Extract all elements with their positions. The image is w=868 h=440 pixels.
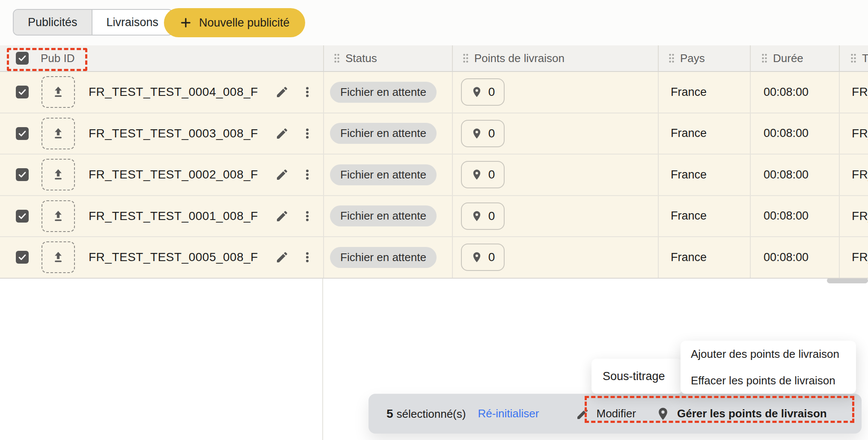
column-header-points[interactable]: Points de livraison xyxy=(452,45,658,71)
upload-button[interactable] xyxy=(42,159,75,190)
cell-status: Fichier en attente xyxy=(323,113,452,154)
cell-status: Fichier en attente xyxy=(323,196,452,237)
status-badge: Fichier en attente xyxy=(330,82,437,103)
row-checkbox[interactable] xyxy=(16,251,29,264)
upload-button[interactable] xyxy=(42,76,75,108)
kebab-menu-icon[interactable] xyxy=(301,209,314,223)
drag-handle-icon[interactable] xyxy=(333,53,340,64)
cell-duree: 00:08:00 xyxy=(750,237,839,278)
upload-button[interactable] xyxy=(42,118,75,149)
delivery-points-count: 0 xyxy=(488,168,495,181)
cell-pub-id: FR_TEST_TEST_0001_008_F xyxy=(0,196,323,237)
delivery-points-count: 0 xyxy=(488,85,495,99)
column-header-titre[interactable]: Ti xyxy=(839,45,868,71)
duration-text: 00:08:00 xyxy=(764,168,809,181)
column-header-pays[interactable]: Pays xyxy=(658,45,750,71)
column-header-pub-id: Pub ID xyxy=(0,45,323,71)
tab-publicites[interactable]: Publicités xyxy=(14,10,92,35)
map-pin-icon xyxy=(471,251,483,263)
delivery-points-button[interactable]: 0 xyxy=(461,78,505,106)
reset-selection-link[interactable]: Ré-initialiser xyxy=(478,407,539,420)
duration-text: 00:08:00 xyxy=(764,251,809,264)
cell-titre: FR_T xyxy=(839,155,868,195)
selection-count-number: 5 xyxy=(386,407,393,420)
horizontal-scrollbar-thumb[interactable] xyxy=(827,278,868,283)
country-text: France xyxy=(671,168,707,181)
status-badge: Fichier en attente xyxy=(330,123,437,144)
pub-id-text: FR_TEST_TEST_0004_008_F xyxy=(89,85,275,99)
manage-delivery-points-button[interactable]: Gérer les points de livraison xyxy=(656,407,827,421)
pub-id-text: FR_TEST_TEST_0002_008_F xyxy=(89,168,275,181)
top-bar: Publicités Livraisons Nouvelle publicité xyxy=(0,0,868,45)
row-checkbox[interactable] xyxy=(16,168,29,181)
map-pin-icon xyxy=(471,128,483,140)
edit-pencil-icon[interactable] xyxy=(275,168,289,181)
manage-delivery-points-label: Gérer les points de livraison xyxy=(677,407,827,420)
drag-handle-icon[interactable] xyxy=(462,53,469,64)
drag-handle-icon[interactable] xyxy=(761,53,768,64)
cell-points: 0 xyxy=(452,72,658,113)
delivery-points-button[interactable]: 0 xyxy=(461,120,505,147)
edit-pencil-icon[interactable] xyxy=(275,85,289,99)
country-text: France xyxy=(671,251,707,264)
edit-pencil-icon[interactable] xyxy=(275,127,289,140)
row-checkbox[interactable] xyxy=(16,210,29,223)
drag-handle-icon[interactable] xyxy=(850,53,857,64)
edit-pencil-icon[interactable] xyxy=(275,250,289,264)
menu-item-clear-points[interactable]: Effacer les points de livraison xyxy=(681,367,856,394)
bulk-modify-button[interactable]: Modifier xyxy=(576,407,636,421)
bulk-modify-label: Modifier xyxy=(596,407,636,420)
column-label: Status xyxy=(345,52,377,65)
cell-duree: 00:08:00 xyxy=(750,72,839,113)
cell-pub-id: FR_TEST_TEST_0004_008_F xyxy=(0,72,323,113)
upload-button[interactable] xyxy=(42,241,75,273)
kebab-menu-icon[interactable] xyxy=(301,85,314,99)
bulk-actions-menu: Sous-titrage xyxy=(592,359,682,394)
column-header-status[interactable]: Status xyxy=(323,45,452,71)
kebab-menu-icon[interactable] xyxy=(301,250,314,265)
upload-icon xyxy=(51,250,65,265)
column-label: Pays xyxy=(680,52,705,65)
cell-points: 0 xyxy=(452,155,658,195)
title-text: FR_T xyxy=(852,168,868,181)
duration-text: 00:08:00 xyxy=(764,127,809,140)
table-row: FR_TEST_TEST_0002_008_F Fichier en atten… xyxy=(0,155,868,196)
cell-pub-id: FR_TEST_TEST_0002_008_F xyxy=(0,155,323,195)
cell-pays: France xyxy=(658,237,750,278)
delivery-points-button[interactable]: 0 xyxy=(461,244,505,271)
select-all-checkbox[interactable] xyxy=(16,52,29,65)
table-row: FR_TEST_TEST_0003_008_F Fichier en atten… xyxy=(0,113,868,155)
tab-livraisons[interactable]: Livraisons xyxy=(92,10,173,35)
pencil-icon xyxy=(576,407,589,421)
drag-handle-icon[interactable] xyxy=(668,53,675,64)
menu-item-add-points[interactable]: Ajouter des points de livraison xyxy=(681,341,856,367)
delivery-points-button[interactable]: 0 xyxy=(461,202,505,230)
cell-pays: France xyxy=(658,72,750,113)
duration-text: 00:08:00 xyxy=(764,86,809,99)
row-checkbox[interactable] xyxy=(16,86,29,98)
delivery-points-button[interactable]: 0 xyxy=(461,161,505,188)
menu-item-sous-titrage[interactable]: Sous-titrage xyxy=(603,370,665,383)
cell-pays: France xyxy=(658,155,750,195)
duration-text: 00:08:00 xyxy=(764,209,809,223)
cell-points: 0 xyxy=(452,196,658,237)
status-badge: Fichier en attente xyxy=(330,247,437,268)
country-text: France xyxy=(671,209,707,223)
column-label: Ti xyxy=(862,52,868,65)
kebab-menu-icon[interactable] xyxy=(301,126,314,141)
column-header-duree[interactable]: Durée xyxy=(750,45,839,71)
new-ad-button[interactable]: Nouvelle publicité xyxy=(164,8,305,37)
upload-icon xyxy=(51,85,65,99)
kebab-menu-icon[interactable] xyxy=(301,167,314,182)
upload-button[interactable] xyxy=(42,200,75,232)
cell-duree: 00:08:00 xyxy=(750,196,839,237)
new-ad-button-label: Nouvelle publicité xyxy=(199,16,290,30)
edit-pencil-icon[interactable] xyxy=(275,209,289,223)
delivery-points-count: 0 xyxy=(488,209,495,223)
table-row: FR_TEST_TEST_0005_008_F Fichier en atten… xyxy=(0,237,868,279)
row-checkbox[interactable] xyxy=(16,127,29,140)
selection-count-label: sélectionné(s) xyxy=(397,407,466,420)
cell-pays: France xyxy=(658,113,750,154)
map-pin-icon xyxy=(656,407,670,421)
map-pin-icon xyxy=(471,86,483,98)
